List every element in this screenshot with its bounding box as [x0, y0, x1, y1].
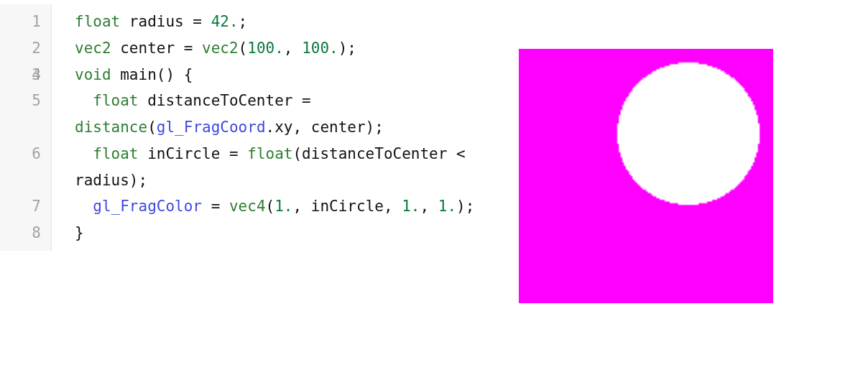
ident-token: , inCircle, — [292, 198, 402, 215]
code-line[interactable]: void main() { — [75, 62, 502, 88]
builtin-token: gl_FragColor — [93, 198, 202, 215]
ident-token: distanceToCenter = — [147, 92, 320, 109]
line-number: 5 — [32, 88, 41, 114]
number-token: 100. — [247, 40, 284, 57]
number-token: 1. — [438, 198, 456, 215]
type-token: float — [93, 145, 147, 162]
preview-canvas — [519, 49, 773, 303]
shader-editor: 12345678 float radius = 42.;vec2 center … — [0, 0, 868, 303]
punct-token: ); — [338, 40, 356, 57]
punct-token: ( — [147, 119, 157, 136]
punct-token: , — [284, 40, 302, 57]
type-token: void — [75, 66, 120, 83]
code-line[interactable]: float radius = 42.; — [75, 9, 502, 35]
code-area[interactable]: float radius = 42.;vec2 center = vec2(10… — [52, 4, 519, 251]
punct-token: ; — [239, 13, 248, 30]
ident-token: main — [120, 66, 157, 83]
shader-preview — [519, 49, 773, 303]
type-token: float — [75, 13, 129, 30]
code-line[interactable]: float distanceToCenter = distance(gl_Fra… — [75, 88, 502, 141]
code-line[interactable]: vec2 center = vec2(100., 100.); — [75, 35, 502, 62]
func-token: vec2 — [202, 40, 239, 57]
number-token: 1. — [402, 198, 420, 215]
code-column: 12345678 float radius = 42.;vec2 center … — [0, 4, 519, 251]
punct-token: ); — [456, 198, 474, 215]
ident-token — [75, 145, 93, 162]
func-token: distance — [75, 119, 147, 136]
punct-token: } — [75, 224, 84, 241]
func-token: vec4 — [229, 198, 266, 215]
type-token: vec2 — [75, 40, 120, 57]
ident-token: center = — [120, 40, 202, 57]
number-token: 100. — [302, 40, 338, 57]
number-token: 1. — [274, 198, 292, 215]
ident-token: = — [202, 198, 229, 215]
preview-column — [519, 4, 799, 303]
ident-token: radius = — [129, 13, 211, 30]
code-line[interactable]: gl_FragColor = vec4(1., inCircle, 1., 1.… — [75, 193, 502, 220]
line-number: 1 — [32, 9, 41, 35]
code-line[interactable]: float inCircle = float(distanceToCenter … — [75, 141, 502, 194]
line-number: 2 — [32, 35, 41, 62]
ident-token: .xy, center); — [266, 119, 384, 136]
punct-token: () { — [157, 66, 193, 83]
builtin-token: gl_FragCoord — [157, 119, 266, 136]
punct-token: ( — [239, 40, 248, 57]
line-number: 7 — [32, 193, 41, 220]
line-number: 6 — [32, 141, 41, 167]
ident-token: , — [420, 198, 438, 215]
line-number: 4 — [32, 62, 41, 88]
line-number-gutter: 12345678 — [0, 4, 52, 251]
line-number: 8 — [32, 220, 41, 246]
type-token: float — [93, 92, 147, 109]
func-token: float — [247, 145, 292, 162]
ident-token — [75, 198, 93, 215]
punct-token: ( — [266, 198, 275, 215]
code-line[interactable]: } — [75, 220, 502, 246]
ident-token — [75, 92, 93, 109]
number-token: 42. — [211, 13, 239, 30]
ident-token: inCircle = — [147, 145, 247, 162]
